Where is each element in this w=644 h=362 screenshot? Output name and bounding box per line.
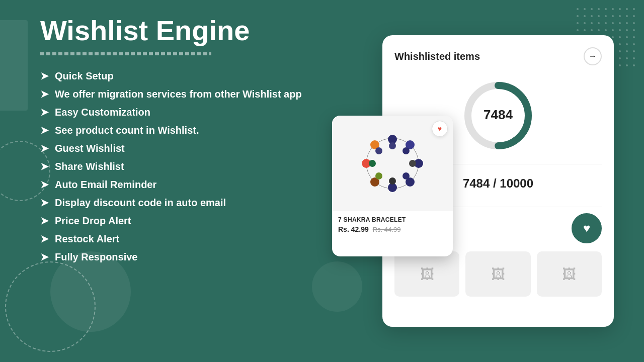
feature-arrow-icon: ➤: [40, 88, 49, 100]
right-panel: Whishlisted items → 7484 7484 / 10000 ♥: [332, 25, 614, 337]
feature-arrow-icon: ➤: [40, 215, 49, 227]
feature-text-share-wishlist: Share Wishlist: [55, 160, 124, 173]
feature-text-auto-email: Auto Email Reminder: [55, 178, 156, 191]
feature-item-responsive: ➤ Fully Responsive: [40, 250, 312, 263]
image-placeholder-icon-1: 🖼: [420, 266, 434, 283]
feature-text-restock: Restock Alert: [55, 232, 119, 245]
feature-item-guest-wishlist: ➤ Guest Wishlist: [40, 142, 312, 155]
feature-item-restock: ➤ Restock Alert: [40, 232, 312, 245]
heart-icon-large: ♥: [583, 221, 590, 235]
features-list: ➤ Quick Setup ➤ We offer migration servi…: [40, 69, 312, 263]
feature-arrow-icon: ➤: [40, 178, 49, 191]
feature-text-guest-wishlist: Guest Wishlist: [55, 142, 125, 155]
product-image: [355, 131, 430, 196]
product-image-area: ♥: [332, 116, 453, 211]
svg-point-19: [369, 160, 376, 167]
feature-text-discount-code: Display discount code in auto email: [55, 196, 226, 209]
image-placeholder-icon-3: 🖼: [562, 266, 576, 283]
product-name: 7 SHAKRA BRACELET: [338, 216, 447, 223]
product-info: 7 SHAKRA BRACELET Rs. 42.99 Rs. 44.99: [332, 211, 453, 238]
product-heart-icon: ♥: [438, 125, 442, 133]
svg-point-16: [403, 172, 410, 179]
card-arrow-icon: →: [589, 52, 597, 61]
product-heart-button[interactable]: ♥: [432, 121, 448, 137]
card-header: Whishlisted items →: [394, 47, 602, 65]
svg-point-20: [375, 147, 382, 154]
feature-item-product-count: ➤ See product count in Wishlist.: [40, 124, 312, 137]
feature-text-responsive: Fully Responsive: [55, 250, 138, 263]
card-title: Whishlisted items: [394, 51, 480, 62]
product-card: ♥ 7 SHAKRA BRACELET Rs. 42.99 Rs. 44.99: [332, 116, 453, 256]
feature-arrow-icon: ➤: [40, 197, 49, 209]
feature-item-discount-code: ➤ Display discount code in auto email: [40, 196, 312, 209]
svg-point-14: [403, 147, 410, 154]
feature-arrow-icon: ➤: [40, 251, 49, 263]
feature-item-quick-setup: ➤ Quick Setup: [40, 69, 312, 82]
placeholder-item-1: 🖼: [394, 251, 459, 297]
feature-text-product-count: See product count in Wishlist.: [55, 124, 199, 137]
feature-arrow-icon: ➤: [40, 142, 49, 154]
title-underline: [40, 52, 211, 55]
svg-point-15: [409, 160, 416, 167]
card-arrow-button[interactable]: →: [584, 47, 602, 65]
feature-text-customization: Easy Customization: [55, 106, 150, 119]
feature-arrow-icon: ➤: [40, 106, 49, 118]
placeholder-item-3: 🖼: [537, 251, 602, 297]
page-title: Wishlist Engine: [40, 15, 312, 46]
left-content-panel: Wishlist Engine ➤ Quick Setup ➤ We offer…: [40, 15, 312, 263]
feature-text-price-drop: Price Drop Alert: [55, 214, 131, 227]
heart-button-large[interactable]: ♥: [572, 213, 602, 243]
bg-decoration-left-rect: [0, 20, 28, 111]
bg-dashed-circle-bottom: [5, 261, 96, 352]
feature-item-price-drop: ➤ Price Drop Alert: [40, 214, 312, 227]
placeholder-image-row: 🖼 🖼 🖼: [394, 251, 602, 297]
svg-point-18: [375, 172, 382, 179]
price-original: Rs. 44.99: [373, 226, 401, 233]
feature-item-customization: ➤ Easy Customization: [40, 106, 312, 119]
placeholder-item-2: 🖼: [465, 251, 530, 297]
feature-item-share-wishlist: ➤ Share Wishlist: [40, 160, 312, 173]
feature-text-quick-setup: Quick Setup: [55, 69, 114, 82]
image-placeholder-icon-2: 🖼: [491, 266, 505, 283]
svg-point-13: [389, 142, 396, 149]
price-current: Rs. 42.99: [338, 225, 369, 233]
feature-item-auto-email: ➤ Auto Email Reminder: [40, 178, 312, 191]
svg-point-17: [389, 177, 396, 185]
product-prices: Rs. 42.99 Rs. 44.99: [338, 225, 447, 233]
feature-arrow-icon: ➤: [40, 124, 49, 136]
donut-chart: 7484: [458, 75, 538, 156]
feature-item-migration: ➤ We offer migration services from other…: [40, 87, 312, 101]
donut-value-text: 7484: [484, 107, 513, 122]
feature-arrow-icon: ➤: [40, 70, 49, 82]
feature-arrow-icon: ➤: [40, 233, 49, 245]
feature-text-migration: We offer migration services from other W…: [55, 87, 302, 101]
feature-arrow-icon: ➤: [40, 160, 49, 172]
